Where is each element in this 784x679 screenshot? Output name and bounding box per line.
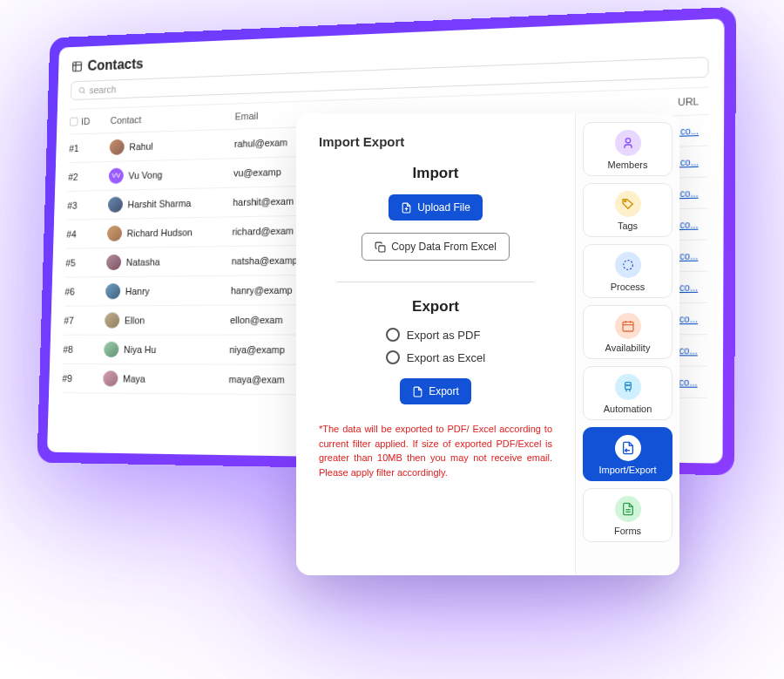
search-placeholder: search: [89, 84, 116, 95]
export-excel-radio[interactable]: Export as Excel: [386, 350, 485, 364]
tags-icon: [615, 191, 641, 217]
avatar: [103, 370, 118, 386]
sidebar-tile-tags[interactable]: Tags: [583, 183, 672, 237]
radio-icon: [386, 350, 400, 364]
modal-title: Import Export: [319, 134, 552, 149]
automation-icon: [615, 374, 641, 400]
row-contact: Natasha: [106, 253, 232, 270]
forms-icon: [615, 496, 641, 522]
svg-rect-6: [379, 245, 385, 251]
contact-name: Hanry: [125, 286, 150, 296]
contact-name: Rahul: [129, 141, 152, 153]
contact-name: Niya Hu: [124, 344, 157, 355]
copy-from-excel-button[interactable]: Copy Data From Excel: [362, 233, 510, 261]
row-contact: VVVu Vong: [109, 165, 234, 184]
export-button[interactable]: Export: [400, 378, 471, 404]
sidebar-tile-forms[interactable]: Forms: [583, 488, 672, 542]
file-export-icon: [412, 386, 423, 397]
row-contact: Ellon: [105, 312, 230, 329]
export-button-label: Export: [429, 385, 459, 397]
copy-icon: [375, 241, 386, 253]
sidebar-tile-process[interactable]: Process: [583, 244, 672, 298]
row-contact: Niya Hu: [104, 342, 230, 358]
tile-label: Process: [611, 282, 645, 292]
row-contact: Rahul: [110, 136, 235, 155]
modal-sidebar: MembersTagsProcessAvailabilityAutomation…: [575, 113, 679, 575]
sidebar-tile-availability[interactable]: Availability: [583, 305, 672, 359]
tile-label: Automation: [604, 404, 652, 414]
svg-rect-10: [623, 322, 633, 331]
svg-point-16: [628, 384, 629, 385]
contact-name: Vu Vong: [128, 169, 162, 180]
avatar: [104, 342, 119, 357]
row-id: #2: [68, 171, 109, 182]
search-icon: [78, 86, 86, 95]
contact-name: Ellon: [125, 315, 145, 325]
upload-file-button[interactable]: Upload File: [389, 194, 483, 221]
select-all-checkbox[interactable]: [70, 117, 78, 126]
radio-icon: [386, 328, 400, 342]
row-id: #5: [65, 257, 106, 268]
contacts-title-text: Contacts: [87, 56, 143, 73]
contact-name: Harshit Sharma: [127, 198, 191, 210]
svg-point-8: [624, 200, 625, 202]
col-id-label: ID: [81, 116, 91, 126]
section-divider: [336, 282, 535, 282]
tile-label: Availability: [605, 343, 651, 353]
row-contact: Maya: [103, 370, 229, 387]
row-id: #6: [64, 286, 105, 296]
import-export-modal: Import Export Import Upload File Copy Da…: [296, 113, 679, 575]
svg-point-9: [623, 261, 632, 270]
copy-from-excel-label: Copy Data From Excel: [391, 241, 497, 253]
contact-name: Maya: [123, 373, 145, 384]
svg-point-15: [626, 384, 627, 385]
export-excel-label: Export as Excel: [407, 351, 485, 364]
sidebar-tile-automation[interactable]: Automation: [583, 366, 672, 420]
avatar: VV: [109, 168, 124, 184]
svg-point-7: [625, 139, 630, 143]
row-contact: Richard Hudson: [107, 223, 233, 241]
sidebar-tile-import-export[interactable]: Import/Export: [583, 427, 672, 481]
row-id: #9: [62, 373, 103, 384]
avatar: [106, 255, 121, 270]
process-icon: [615, 252, 641, 278]
export-pdf-label: Export as PDF: [407, 329, 481, 342]
members-icon: [615, 130, 641, 156]
export-disclaimer: *The data will be exported to PDF/ Excel…: [319, 422, 552, 479]
contact-name: Richard Hudson: [126, 227, 193, 238]
row-id: #7: [64, 315, 105, 325]
row-contact: Harshit Sharma: [108, 194, 233, 213]
row-id: #4: [66, 228, 107, 240]
avatar: [107, 226, 122, 241]
row-id: #1: [69, 142, 110, 153]
table-icon: [71, 60, 83, 72]
import-export-icon: [615, 435, 641, 461]
tile-label: Members: [608, 160, 648, 170]
file-upload-icon: [401, 202, 412, 214]
svg-rect-0: [73, 62, 82, 71]
import-heading: Import: [413, 165, 459, 182]
export-heading: Export: [412, 298, 459, 316]
contact-name: Natasha: [126, 256, 160, 268]
export-pdf-radio[interactable]: Export as PDF: [386, 328, 481, 342]
row-id: #8: [63, 344, 104, 355]
row-id: #3: [67, 200, 108, 211]
avatar: [108, 197, 123, 213]
avatar: [105, 283, 120, 299]
row-contact: Hanry: [105, 282, 231, 299]
svg-line-4: [84, 92, 85, 93]
avatar: [110, 139, 125, 155]
upload-file-label: Upload File: [417, 201, 470, 214]
col-contact-label: Contact: [111, 111, 235, 126]
avatar: [105, 312, 119, 328]
sidebar-tile-members[interactable]: Members: [583, 122, 672, 176]
tile-label: Forms: [614, 526, 641, 536]
tile-label: Import/Export: [598, 465, 656, 475]
availability-icon: [615, 313, 641, 339]
tile-label: Tags: [618, 221, 638, 231]
